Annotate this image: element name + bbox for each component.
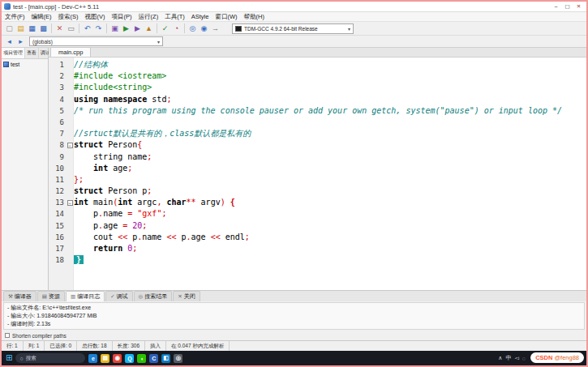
menu-item[interactable]: 帮助(H) — [244, 13, 264, 21]
compile-run-icon[interactable]: ▶ — [132, 23, 143, 34]
tab-resources[interactable]: ▤资源 — [37, 291, 65, 301]
ime-indicator[interactable]: 中 — [505, 354, 511, 362]
minimize-button[interactable]: – — [551, 2, 561, 11]
taskbar-app-icons: e▤◉Q◖C◧◎ — [88, 354, 182, 363]
code-text[interactable]: return 0; — [74, 243, 586, 254]
redo-icon[interactable]: ↷ — [93, 23, 104, 34]
shorten-paths-label: Shorten compiler paths — [12, 333, 67, 339]
back-icon[interactable]: ◂ — [4, 36, 15, 47]
chrome-icon[interactable]: ◉ — [113, 354, 122, 363]
run-icon[interactable]: ▶ — [121, 23, 131, 34]
tab-compile-log[interactable]: ▥编译日志 — [66, 291, 105, 301]
wechat-icon[interactable]: ◖ — [137, 354, 146, 363]
code-text[interactable]: struct Person p; — [74, 186, 586, 197]
debug-icon[interactable]: ✓ — [160, 23, 170, 34]
code-text[interactable]: p.name = "gxf"; — [74, 208, 586, 220]
code-token: ; — [79, 175, 84, 184]
menu-item[interactable]: 编辑(E) — [32, 13, 52, 21]
tab-close[interactable]: ✕关闭 — [173, 291, 200, 301]
menu-item[interactable]: 项目(P) — [112, 13, 132, 21]
editor-tab-maincpp[interactable]: main.cpp — [50, 47, 91, 57]
find-icon[interactable]: ◎ — [187, 23, 198, 34]
class-browser-combo[interactable]: (globals) ▾ — [29, 36, 163, 46]
search-icon: ○ — [19, 356, 23, 361]
replace-icon[interactable]: ◉ — [199, 23, 209, 34]
tab-label: 关闭 — [184, 292, 195, 301]
code-text[interactable]: //srtuct默认是共有的，class默认都是私有的 — [74, 128, 586, 139]
code-text[interactable]: //结构体 — [74, 59, 586, 70]
compile-icon[interactable]: ▣ — [109, 23, 120, 34]
code-token: int — [118, 198, 132, 207]
new-file-icon[interactable]: ▢ — [4, 23, 15, 34]
code-token: //srtuct默认是共有的，class默认都是私有的 — [74, 129, 251, 138]
maximize-button[interactable]: ▢ — [562, 2, 573, 11]
qq-icon[interactable]: Q — [125, 354, 134, 363]
code-text[interactable]: string name; — [74, 151, 586, 163]
open-file-icon[interactable]: ▤ — [15, 23, 26, 34]
start-button[interactable]: ⊞ — [6, 354, 12, 362]
tab-find-results[interactable]: ◎搜索结果 — [134, 291, 173, 301]
code-text[interactable]: using namespace std; — [74, 94, 586, 105]
taskbar-search[interactable]: ○ 搜索 — [15, 353, 85, 363]
fold-collapse-icon[interactable]: − — [67, 200, 73, 206]
menu-item[interactable]: 搜索(S) — [58, 13, 79, 21]
fold-marker[interactable]: − — [66, 197, 74, 208]
code-text[interactable]: cout << p.name << p.age << endl; — [74, 232, 586, 243]
save-all-icon[interactable]: ▩ — [38, 23, 49, 34]
main-area: 项目管理查看调试 test main.cpp 1//结构体2#include <… — [2, 48, 586, 290]
vscode-icon[interactable]: ◧ — [161, 354, 170, 363]
tab-label: 资源 — [49, 292, 60, 301]
compiler-profile-combo[interactable]: TDM-GCC 4.9.2 64-bit Release ▾ — [232, 23, 354, 34]
rebuild-icon[interactable]: ▲ — [144, 23, 154, 34]
close-file-icon[interactable]: ✕ — [54, 23, 65, 34]
code-token: "gxf" — [137, 209, 161, 218]
code-token: return — [93, 244, 122, 253]
code-text[interactable]: int main(int argc, char** argv) { — [74, 197, 586, 208]
code-text[interactable]: p.age = 20; — [74, 220, 586, 232]
project-panel-tabs: 项目管理查看调试 — [2, 48, 48, 59]
project-panel-tab[interactable]: 查看 — [25, 48, 39, 58]
menu-item[interactable]: 运行(Z) — [139, 13, 159, 21]
code-text[interactable]: #include<string> — [74, 82, 586, 93]
goto-icon[interactable]: → — [210, 23, 221, 34]
menu-item[interactable]: AStyle — [191, 13, 209, 20]
status-segment: 在 0.047 秒内完成解析 — [166, 341, 230, 351]
explorer-icon[interactable]: ▤ — [101, 354, 109, 363]
code-text[interactable]: #include <iostream> — [74, 70, 586, 82]
menu-item[interactable]: 文件(F) — [5, 13, 25, 21]
network-icon[interactable]: ◌ — [522, 356, 526, 361]
tab-compiler[interactable]: ⚒编译器 — [3, 291, 36, 301]
menu-item[interactable]: 视图(V) — [85, 13, 105, 21]
code-text[interactable]: }; — [74, 174, 586, 186]
undo-icon[interactable]: ↶ — [82, 23, 92, 34]
tray-chevron-icon[interactable]: ∧ — [498, 355, 502, 361]
volume-icon[interactable]: ◅ — [514, 355, 518, 361]
steam-icon[interactable]: ◎ — [174, 354, 182, 363]
code-text[interactable] — [74, 117, 586, 128]
save-icon[interactable]: ▦ — [27, 23, 37, 34]
code-editor[interactable]: 1//结构体2#include <iostream>3#include<stri… — [49, 58, 586, 290]
menu-item[interactable]: 工具(T) — [165, 13, 185, 21]
menu-item[interactable]: 窗口(W) — [215, 13, 237, 21]
tab-debug[interactable]: ✓调试 — [105, 291, 132, 301]
project-tree-item[interactable]: test — [11, 62, 19, 67]
fold-marker[interactable]: − — [66, 139, 74, 151]
code-text[interactable]: struct Person{ — [74, 139, 586, 151]
code-token: ; — [161, 209, 166, 218]
code-token: cout — [74, 233, 118, 241]
forward-icon[interactable]: ▸ — [15, 36, 26, 47]
devcpp-icon[interactable]: C — [149, 354, 158, 363]
code-text[interactable]: } — [74, 254, 586, 266]
code-token: ; — [132, 244, 137, 253]
edge-icon[interactable]: e — [88, 354, 97, 363]
code-token: argv — [196, 198, 221, 207]
close-button[interactable]: ✕ — [573, 2, 584, 11]
print-icon[interactable]: ▭ — [66, 23, 76, 34]
code-text[interactable]: /* run this program using the console pa… — [74, 105, 586, 117]
fold-collapse-icon[interactable]: − — [67, 143, 73, 148]
code-text[interactable]: int age; — [74, 163, 586, 174]
code-line: 2#include <iostream> — [49, 70, 586, 82]
shorten-paths-checkbox[interactable] — [5, 333, 10, 338]
profile-icon[interactable]: ◔ — [171, 23, 182, 34]
project-panel-tab[interactable]: 项目管理 — [2, 48, 25, 58]
